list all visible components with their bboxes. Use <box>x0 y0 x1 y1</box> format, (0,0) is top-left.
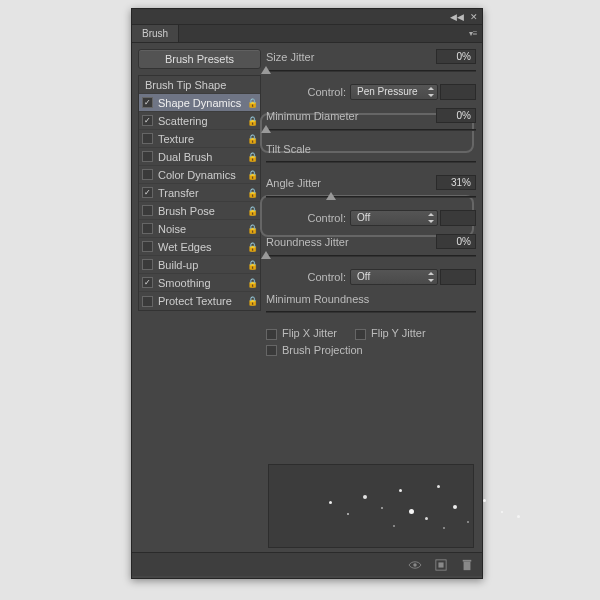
option-list: Brush Tip Shape Shape Dynamics 🔒 Scatter… <box>138 75 261 311</box>
pressure-toggle[interactable] <box>440 84 476 100</box>
content-area: Size Jitter 0% Control: Pen Pressure Min… <box>262 43 482 552</box>
lock-icon[interactable]: 🔒 <box>247 170 257 180</box>
checkbox-icon[interactable] <box>142 187 153 198</box>
collapse-icon[interactable]: ◀◀ <box>450 12 464 22</box>
control-select-angle[interactable]: Off <box>350 210 438 226</box>
size-jitter-label: Size Jitter <box>266 51 436 63</box>
sidebar-item-scattering[interactable]: Scattering 🔒 <box>139 112 260 130</box>
sidebar-item-color-dynamics[interactable]: Color Dynamics 🔒 <box>139 166 260 184</box>
tilt-scale-label: Tilt Scale <box>266 143 476 155</box>
lock-icon[interactable]: 🔒 <box>247 134 257 144</box>
sidebar-item-brush-tip-shape[interactable]: Brush Tip Shape <box>139 76 260 94</box>
panel-menu-icon[interactable]: ▾≡ <box>464 25 482 42</box>
sidebar-item-wet-edges[interactable]: Wet Edges 🔒 <box>139 238 260 256</box>
min-roundness-label: Minimum Roundness <box>266 293 476 305</box>
angle-jitter-label: Angle Jitter <box>266 177 436 189</box>
lock-icon[interactable]: 🔒 <box>247 206 257 216</box>
brush-preview <box>268 464 474 548</box>
svg-rect-3 <box>464 561 471 570</box>
pressure-toggle[interactable] <box>440 210 476 226</box>
trash-icon[interactable] <box>460 559 474 571</box>
min-diameter-label: Minimum Diameter <box>266 110 436 122</box>
min-roundness-slider <box>266 307 476 319</box>
sidebar: Brush Presets Brush Tip Shape Shape Dyna… <box>132 43 262 552</box>
tilt-scale-slider <box>266 157 476 169</box>
control-select-pen-pressure[interactable]: Pen Pressure <box>350 84 438 100</box>
sidebar-item-smoothing[interactable]: Smoothing 🔒 <box>139 274 260 292</box>
size-jitter-slider[interactable] <box>266 66 476 78</box>
checkbox-icon[interactable] <box>142 205 153 216</box>
lock-icon[interactable]: 🔒 <box>247 152 257 162</box>
lock-icon[interactable]: 🔒 <box>247 278 257 288</box>
control-label: Control: <box>266 271 346 283</box>
titlebar: ◀◀ ✕ <box>132 9 482 25</box>
checkbox-icon[interactable] <box>142 97 153 108</box>
checkbox-icon[interactable] <box>142 133 153 144</box>
size-jitter-value[interactable]: 0% <box>436 49 476 64</box>
sidebar-item-shape-dynamics[interactable]: Shape Dynamics 🔒 <box>139 94 260 112</box>
checkbox-icon[interactable] <box>142 277 153 288</box>
toggle-view-icon[interactable] <box>408 559 422 571</box>
svg-rect-4 <box>463 559 472 561</box>
svg-rect-2 <box>438 562 443 567</box>
roundness-jitter-slider[interactable] <box>266 251 476 263</box>
svg-point-0 <box>413 563 416 566</box>
footer <box>132 552 482 576</box>
tab-strip: Brush ▾≡ <box>132 25 482 43</box>
brush-projection-check[interactable]: Brush Projection <box>266 344 363 357</box>
checkbox-icon[interactable] <box>142 241 153 252</box>
flip-y-check[interactable]: Flip Y Jitter <box>355 327 426 340</box>
tab-brush[interactable]: Brush <box>132 25 179 42</box>
sidebar-item-protect-texture[interactable]: Protect Texture 🔒 <box>139 292 260 310</box>
lock-icon[interactable]: 🔒 <box>247 296 257 306</box>
checkbox-icon[interactable] <box>142 151 153 162</box>
sidebar-item-dual-brush[interactable]: Dual Brush 🔒 <box>139 148 260 166</box>
sidebar-item-build-up[interactable]: Build-up 🔒 <box>139 256 260 274</box>
sidebar-item-brush-pose[interactable]: Brush Pose 🔒 <box>139 202 260 220</box>
roundness-jitter-value[interactable]: 0% <box>436 234 476 249</box>
roundness-jitter-label: Roundness Jitter <box>266 236 436 248</box>
brush-panel: ◀◀ ✕ Brush ▾≡ Brush Presets Brush Tip Sh… <box>131 8 483 579</box>
sidebar-item-noise[interactable]: Noise 🔒 <box>139 220 260 238</box>
pressure-toggle[interactable] <box>440 269 476 285</box>
control-label: Control: <box>266 86 346 98</box>
sidebar-item-transfer[interactable]: Transfer 🔒 <box>139 184 260 202</box>
checkbox-icon[interactable] <box>142 223 153 234</box>
new-preset-icon[interactable] <box>434 559 448 571</box>
checkbox-icon[interactable] <box>142 169 153 180</box>
flip-x-check[interactable]: Flip X Jitter <box>266 327 337 340</box>
control-label: Control: <box>266 212 346 224</box>
sidebar-item-texture[interactable]: Texture 🔒 <box>139 130 260 148</box>
checkbox-icon[interactable] <box>142 115 153 126</box>
lock-icon[interactable]: 🔒 <box>247 116 257 126</box>
min-diameter-value[interactable]: 0% <box>436 108 476 123</box>
angle-jitter-value[interactable]: 31% <box>436 175 476 190</box>
checkbox-icon[interactable] <box>142 259 153 270</box>
lock-icon[interactable]: 🔒 <box>247 98 257 108</box>
checkbox-icon[interactable] <box>142 296 153 307</box>
lock-icon[interactable]: 🔒 <box>247 224 257 234</box>
close-icon[interactable]: ✕ <box>470 12 478 22</box>
angle-jitter-slider[interactable] <box>266 192 476 204</box>
control-select-roundness[interactable]: Off <box>350 269 438 285</box>
lock-icon[interactable]: 🔒 <box>247 260 257 270</box>
brush-presets-button[interactable]: Brush Presets <box>138 49 261 69</box>
lock-icon[interactable]: 🔒 <box>247 242 257 252</box>
lock-icon[interactable]: 🔒 <box>247 188 257 198</box>
min-diameter-slider[interactable] <box>266 125 476 137</box>
